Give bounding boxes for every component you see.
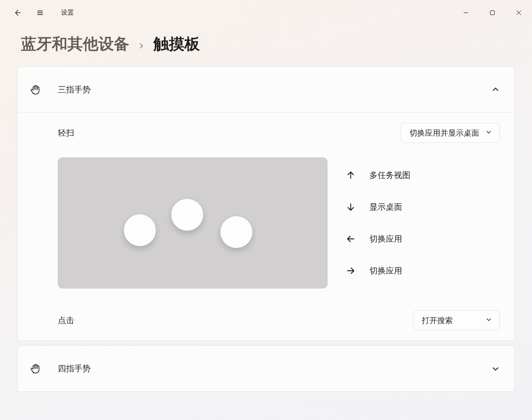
direction-left: 切换应用 xyxy=(346,233,500,244)
direction-up-label: 多任务视图 xyxy=(369,170,410,181)
swipe-dropdown-value: 切换应用并显示桌面 xyxy=(409,128,479,138)
arrow-right-icon xyxy=(346,266,356,275)
swipe-label: 轻扫 xyxy=(58,127,74,138)
chevron-up-icon xyxy=(491,86,500,94)
direction-list: 多任务视图 显示桌面 切换应用 xyxy=(346,157,500,288)
swipe-row: 轻扫 切换应用并显示桌面 xyxy=(18,113,514,153)
direction-down: 显示桌面 xyxy=(346,202,500,213)
breadcrumb: 蓝牙和其他设备 › 触摸板 xyxy=(0,25,532,66)
tap-dropdown[interactable]: 打开搜索 xyxy=(413,310,500,330)
direction-right: 切换应用 xyxy=(346,265,500,276)
breadcrumb-separator-icon: › xyxy=(139,38,143,52)
svg-rect-0 xyxy=(491,11,495,15)
arrow-up-icon xyxy=(346,171,356,180)
four-finger-header[interactable]: 四指手势 xyxy=(18,346,514,391)
content-area: 三指手势 轻扫 切换应用并显示桌面 xyxy=(0,66,532,401)
direction-down-label: 显示桌面 xyxy=(369,202,402,213)
menu-button[interactable] xyxy=(30,4,50,22)
back-button[interactable] xyxy=(7,4,27,22)
arrow-down-icon xyxy=(346,202,356,212)
titlebar-left: 设置 xyxy=(7,4,74,22)
tap-row: 点击 打开搜索 xyxy=(18,302,514,340)
finger-dot xyxy=(171,199,203,231)
maximize-button[interactable] xyxy=(479,4,506,22)
swipe-dropdown[interactable]: 切换应用并显示桌面 xyxy=(401,123,500,143)
chevron-down-icon xyxy=(491,364,500,373)
four-finger-card: 四指手势 xyxy=(17,345,515,392)
chevron-down-icon xyxy=(486,128,492,137)
minimize-button[interactable] xyxy=(453,4,479,22)
direction-up: 多任务视图 xyxy=(346,170,500,181)
tap-dropdown-value: 打开搜索 xyxy=(422,315,453,326)
direction-right-label: 切换应用 xyxy=(369,265,402,276)
direction-left-label: 切换应用 xyxy=(369,233,402,244)
gesture-area: 多任务视图 显示桌面 切换应用 xyxy=(18,153,514,302)
app-title: 设置 xyxy=(61,9,74,17)
three-finger-title: 三指手势 xyxy=(58,84,91,95)
tap-label: 点击 xyxy=(58,315,74,326)
hand-icon xyxy=(30,363,41,374)
breadcrumb-parent[interactable]: 蓝牙和其他设备 xyxy=(21,34,129,55)
page-title: 触摸板 xyxy=(153,34,200,55)
three-finger-header[interactable]: 三指手势 xyxy=(18,67,514,112)
close-button[interactable] xyxy=(506,4,532,22)
three-finger-body: 轻扫 切换应用并显示桌面 xyxy=(18,112,514,340)
touchpad-preview xyxy=(58,157,327,288)
finger-dot xyxy=(220,216,252,248)
chevron-down-icon xyxy=(486,316,492,325)
hand-icon xyxy=(30,84,41,96)
finger-dot xyxy=(124,214,156,246)
title-bar: 设置 xyxy=(0,0,532,25)
arrow-left-icon xyxy=(346,234,356,243)
four-finger-title: 四指手势 xyxy=(58,363,91,374)
three-finger-card: 三指手势 轻扫 切换应用并显示桌面 xyxy=(17,66,515,341)
window-controls xyxy=(453,4,532,22)
